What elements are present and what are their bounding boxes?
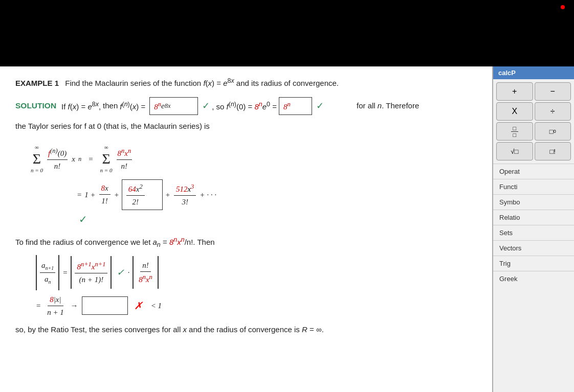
sigma-series-equation: ∞ Σ n = 0 f(n)(0) n! xn = ∞ Σ n = 0 8nxn [31, 141, 476, 175]
sets-label[interactable]: Sets [493, 225, 574, 240]
symbols-label[interactable]: Symbo [493, 194, 574, 210]
solution-forall: for all n. Therefore [357, 100, 419, 112]
box2-input[interactable]: 8n [279, 97, 312, 115]
example-instruction: Find the Maclaurin series of the functio… [61, 79, 339, 87]
calc-panel: calcP + − X ÷ □ □ □0 √□ □! Operat Functi… [492, 66, 574, 392]
checkmark-1: ✓ [202, 99, 210, 113]
top-black-bar [0, 0, 574, 66]
red-dot-indicator [561, 5, 565, 9]
box3-input[interactable]: 64x2 2! [122, 179, 163, 210]
series-expansion-line: = 1 + 8x 1! + 64x2 2! + 512x3 3! + · · ·… [77, 179, 476, 227]
example-title-line: EXAMPLE 1 Find the Maclaurin series of t… [15, 76, 476, 90]
solution-then: then [103, 100, 118, 112]
example-label: EXAMPLE 1 [15, 79, 59, 87]
calc-panel-header: calcP [493, 66, 574, 79]
functions-label[interactable]: Functi [493, 179, 574, 194]
solution-fn-deriv: f(n)(x) = [120, 99, 145, 113]
solution-line: SOLUTION If f(x) = e8x, then f(n)(x) = 8… [15, 97, 476, 115]
convergence-intro: To find the radius of convergence we let… [15, 235, 476, 250]
box4-input[interactable] [82, 296, 128, 315]
operations-label[interactable]: Operat [493, 164, 574, 179]
relations-label[interactable]: Relatio [493, 210, 574, 225]
trig-label[interactable]: Trig [493, 256, 574, 271]
box1-input[interactable]: 8ne8x [149, 97, 198, 115]
solution-so-text: , so f(n)(0) = 8ne0 = [212, 99, 277, 113]
checkmark-4: ✓ [117, 265, 124, 280]
vectors-label[interactable]: Vectors [493, 240, 574, 256]
multiply-button[interactable]: X [496, 102, 533, 121]
solution-text-1: If f(x) = e8x, [61, 99, 101, 113]
superscript-button[interactable]: □0 [535, 122, 571, 141]
cross-mark: ✗ [134, 297, 143, 314]
factorial-button[interactable]: □! [535, 142, 571, 160]
solution-label: SOLUTION [15, 100, 56, 112]
conclusion-text: so, by the Ratio Test, the series conver… [15, 324, 476, 336]
ratio-test-equation: an+1 an = 8n+1xn+1 (n + 1)! ✓ · [36, 255, 476, 290]
fraction-button[interactable]: □ □ [496, 122, 533, 141]
greek-label[interactable]: Greek [493, 271, 574, 286]
calc-labels-list: Operat Functi Symbo Relatio Sets Vectors… [493, 164, 574, 392]
ratio-simplified-line: = 8|x| n + 1 → ✗ < 1 [36, 293, 476, 318]
minus-button[interactable]: − [535, 82, 571, 101]
plus-button[interactable]: + [496, 82, 533, 101]
checkmark-2: ✓ [316, 99, 324, 113]
divide-button[interactable]: ÷ [535, 102, 571, 121]
taylor-text: the Taylor series for f at 0 (that is, t… [15, 120, 476, 132]
checkmark-3: ✓ [79, 214, 87, 225]
sqrt-button[interactable]: √□ [496, 142, 533, 160]
